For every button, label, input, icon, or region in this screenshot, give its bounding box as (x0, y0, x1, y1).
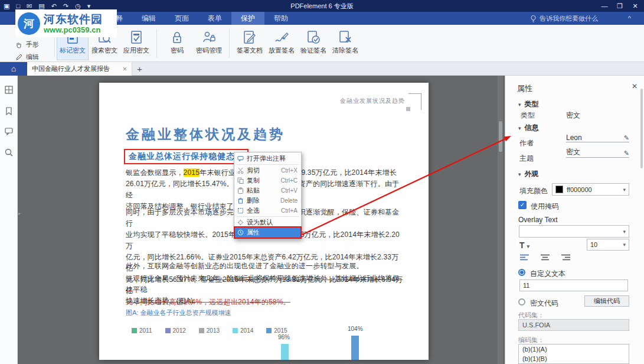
document-tab-title: 中国金融行业人才发展报告 (32, 64, 110, 73)
code-set-field: U.S.FOIA (518, 319, 629, 331)
verify-signature-button[interactable]: 验证签名 (298, 27, 329, 60)
close-tab-icon[interactable]: × (123, 65, 127, 73)
tutorial-highlight-box (234, 226, 302, 239)
chart-legend: 2011 2012 2013 2014 2015 (132, 327, 287, 334)
password-manage-button[interactable]: 密码管理 (193, 27, 225, 60)
place-signature-button[interactable]: 放置签名 (266, 27, 298, 60)
legend-item: 2014 (233, 327, 253, 334)
legend-swatch (266, 328, 272, 333)
mark-redaction-label: 标记密文 (60, 46, 86, 55)
chevron-down-icon: ▾ (518, 125, 521, 131)
align-center-button[interactable] (541, 254, 550, 261)
section-appearance[interactable]: ▾ 外观 (518, 169, 539, 179)
chevron-down-icon: ▾ (623, 187, 626, 193)
align-left-button[interactable] (520, 254, 529, 261)
menu-item-copy[interactable]: 复制 Ctrl+C (235, 176, 300, 186)
font-size-value: 10 (590, 241, 597, 248)
copy-icon (237, 177, 244, 184)
menu-item-cut[interactable]: 剪切 Ctrl+X (235, 165, 300, 176)
menu-item-paste[interactable]: 粘贴 Ctrl+V (235, 186, 300, 196)
fill-color-dropdown[interactable]: ff000000 ▾ (552, 183, 629, 196)
overlay-text-dropdown[interactable]: ▾ (519, 225, 629, 238)
edit-tool[interactable]: 编辑 (15, 51, 39, 63)
type-label: 类型 (521, 110, 535, 121)
clear-signature-icon (338, 30, 353, 45)
panel-close-icon[interactable]: ✕ (632, 82, 638, 90)
tab-page[interactable]: 页面 (165, 12, 198, 25)
section-type[interactable]: ▾ 类型 (518, 99, 539, 109)
panel-expand-handle[interactable]: ▸ (18, 210, 21, 216)
document-scrollbar-handle[interactable] (499, 121, 502, 152)
edit-pencil-icon[interactable]: ✎ (624, 150, 629, 157)
sign-document-button[interactable]: 签署文档 (234, 27, 266, 60)
tab-help[interactable]: 帮助 (264, 12, 298, 25)
subject-field[interactable]: 密文 ✎ (566, 148, 629, 158)
new-tab-button[interactable]: + (137, 62, 142, 76)
panel-scrollbar-handle[interactable] (640, 89, 643, 168)
hand-tool[interactable]: 手形 (15, 39, 39, 50)
menu-item-open-popup-note[interactable]: 打开弹出注释 (235, 154, 300, 164)
chart-bar-2014 (281, 344, 289, 360)
maximize-button[interactable]: ❐ (612, 0, 627, 12)
comments-panel-button[interactable] (4, 126, 14, 136)
redaction-code-label: 密文代码 (530, 298, 558, 308)
apply-redaction-button[interactable]: 应用密文 (120, 27, 152, 60)
bookmarks-panel-button[interactable] (4, 106, 14, 116)
custom-text-input[interactable] (519, 280, 628, 291)
custom-text-radio[interactable] (518, 269, 525, 276)
pdfelement-window: ▣ □ ✉ ▤ ↶ ↷ ◷ ▾ PDFelement 6 专业版 — ❐ ✕ 注… (0, 0, 644, 364)
navigation-rail (0, 76, 18, 364)
document-scrollbar-track[interactable] (498, 76, 503, 364)
menu-item-set-default[interactable]: 设为默认 (235, 217, 300, 228)
menu-item-properties[interactable]: 属性 (235, 228, 300, 238)
encode-set-listbox: (b)(1)(A) (b)(1)(B) (518, 344, 629, 364)
close-button[interactable]: ✕ (627, 0, 643, 12)
encode-set-label: 编码集： (518, 336, 544, 344)
encode-set-option[interactable]: (b)(1)(A) (519, 344, 629, 354)
menu-item-delete[interactable]: 删除 Delete (235, 196, 300, 206)
legend-swatch (233, 328, 238, 333)
running-header: 金融业发展状况及趋势 (340, 97, 405, 105)
password-manage-icon (201, 30, 217, 45)
redaction-annotation-subtitle[interactable]: 金融业总体运行保持稳健态势 (124, 149, 249, 164)
author-field[interactable]: Leon ✎ (566, 132, 629, 142)
collapse-ribbon-button[interactable]: ^ (628, 12, 631, 25)
author-value: Leon (566, 134, 582, 142)
set-default-gear-icon (237, 219, 244, 226)
password-manage-label: 密码管理 (196, 46, 222, 55)
menu-item-select-all[interactable]: 全选 Ctrl+A (235, 206, 300, 216)
use-mask-checkbox[interactable]: ✓ (518, 201, 527, 209)
hand-tool-label: 手形 (26, 40, 39, 49)
home-button[interactable]: ⌂ (0, 62, 27, 76)
align-right-button[interactable] (561, 254, 570, 261)
tell-me-assistant[interactable]: 告诉我你想要做什么 (530, 12, 598, 25)
password-button[interactable]: 密码 (161, 27, 193, 60)
panel-title: 属性 (517, 83, 532, 94)
font-size-dropdown[interactable]: 10 ▾ (587, 239, 629, 251)
site-logo: 河 (18, 12, 40, 35)
legend-item: 2013 (199, 327, 220, 334)
edit-pencil-icon[interactable]: ✎ (624, 134, 629, 142)
tab-protect[interactable]: 保护 (231, 12, 264, 25)
encode-set-option[interactable]: (b)(1)(B) (519, 354, 629, 363)
tab-edit[interactable]: 编辑 (132, 12, 165, 25)
chevron-down-icon: ▾ (623, 242, 626, 248)
document-tab[interactable]: 中国金融行业人才发展报告 × (27, 62, 132, 76)
tab-form[interactable]: 表单 (198, 12, 231, 25)
edit-code-button[interactable]: 编辑代码 (584, 295, 629, 307)
properties-panel: 属性 ✕ ▾ 类型 类型 密文 ▾ 信息 作者 Leon ✎ 主题 密文 ✎ ▾… (505, 76, 644, 364)
menu-shortcut: Ctrl+C (280, 177, 298, 184)
clear-signature-button[interactable]: 清除签名 (329, 27, 361, 60)
thumbnails-panel-button[interactable] (4, 85, 14, 95)
legend-item: 2011 (132, 327, 152, 334)
search-panel-button[interactable] (4, 148, 14, 157)
font-button[interactable]: T ▾ (519, 240, 529, 250)
redaction-code-radio[interactable] (518, 298, 525, 306)
verify-signature-label: 验证签名 (300, 46, 326, 55)
section-info[interactable]: ▾ 信息 (518, 123, 539, 133)
site-url: www.pc0359.cn (44, 25, 103, 34)
minimize-button[interactable]: — (597, 0, 612, 12)
custom-text-label: 自定义文本 (530, 269, 565, 279)
cut-icon (237, 167, 244, 174)
chevron-down-icon: ▾ (518, 171, 521, 177)
